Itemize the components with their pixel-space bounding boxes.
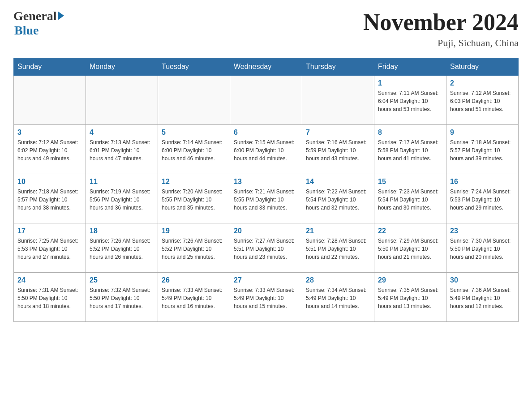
day-info: Sunrise: 7:33 AM Sunset: 5:49 PM Dayligh… — [234, 286, 298, 310]
day-number: 22 — [378, 227, 442, 235]
calendar-cell: 25Sunrise: 7:32 AM Sunset: 5:50 PM Dayli… — [86, 273, 158, 322]
day-number: 5 — [162, 128, 226, 137]
day-info: Sunrise: 7:36 AM Sunset: 5:49 PM Dayligh… — [450, 286, 515, 310]
day-info: Sunrise: 7:17 AM Sunset: 5:58 PM Dayligh… — [378, 138, 442, 163]
day-info: Sunrise: 7:30 AM Sunset: 5:50 PM Dayligh… — [450, 237, 515, 261]
day-of-week-header: Tuesday — [158, 58, 230, 76]
day-info: Sunrise: 7:25 AM Sunset: 5:53 PM Dayligh… — [17, 237, 82, 261]
day-number: 18 — [90, 227, 154, 235]
day-info: Sunrise: 7:19 AM Sunset: 5:56 PM Dayligh… — [90, 188, 154, 212]
calendar-cell: 23Sunrise: 7:30 AM Sunset: 5:50 PM Dayli… — [446, 223, 519, 273]
day-number: 20 — [234, 227, 298, 235]
day-info: Sunrise: 7:26 AM Sunset: 5:52 PM Dayligh… — [90, 237, 154, 261]
day-info: Sunrise: 7:31 AM Sunset: 5:50 PM Dayligh… — [17, 286, 82, 310]
day-info: Sunrise: 7:18 AM Sunset: 5:57 PM Dayligh… — [450, 138, 515, 163]
title-section: November 2024 Puji, Sichuan, China — [363, 9, 519, 49]
day-info: Sunrise: 7:21 AM Sunset: 5:55 PM Dayligh… — [234, 188, 298, 212]
calendar-cell: 20Sunrise: 7:27 AM Sunset: 5:51 PM Dayli… — [230, 223, 302, 273]
day-number: 7 — [306, 128, 370, 137]
day-info: Sunrise: 7:22 AM Sunset: 5:54 PM Dayligh… — [306, 188, 370, 212]
day-number: 11 — [90, 178, 154, 186]
calendar-cell: 27Sunrise: 7:33 AM Sunset: 5:49 PM Dayli… — [230, 273, 302, 322]
day-number: 15 — [378, 178, 442, 186]
day-info: Sunrise: 7:35 AM Sunset: 5:49 PM Dayligh… — [378, 286, 442, 310]
calendar-cell: 29Sunrise: 7:35 AM Sunset: 5:49 PM Dayli… — [374, 273, 446, 322]
day-info: Sunrise: 7:32 AM Sunset: 5:50 PM Dayligh… — [90, 286, 154, 310]
calendar-cell: 22Sunrise: 7:29 AM Sunset: 5:50 PM Dayli… — [374, 223, 446, 273]
day-number: 9 — [450, 128, 515, 137]
day-of-week-header: Saturday — [446, 58, 519, 76]
day-info: Sunrise: 7:12 AM Sunset: 6:02 PM Dayligh… — [17, 138, 82, 163]
calendar-cell: 12Sunrise: 7:20 AM Sunset: 5:55 PM Dayli… — [158, 174, 230, 223]
calendar-cell: 10Sunrise: 7:18 AM Sunset: 5:57 PM Dayli… — [14, 174, 86, 223]
week-row: 3Sunrise: 7:12 AM Sunset: 6:02 PM Daylig… — [14, 125, 519, 174]
day-number: 1 — [378, 79, 442, 87]
day-number: 24 — [17, 276, 82, 284]
day-number: 6 — [234, 128, 298, 137]
day-info: Sunrise: 7:33 AM Sunset: 5:49 PM Dayligh… — [162, 286, 226, 310]
day-number: 25 — [90, 276, 154, 284]
week-row: 1Sunrise: 7:11 AM Sunset: 6:04 PM Daylig… — [14, 76, 519, 125]
day-info: Sunrise: 7:12 AM Sunset: 6:03 PM Dayligh… — [450, 89, 515, 113]
calendar-cell: 3Sunrise: 7:12 AM Sunset: 6:02 PM Daylig… — [14, 125, 86, 174]
calendar-cell: 7Sunrise: 7:16 AM Sunset: 5:59 PM Daylig… — [302, 125, 374, 174]
day-of-week-header: Wednesday — [230, 58, 302, 76]
day-info: Sunrise: 7:24 AM Sunset: 5:53 PM Dayligh… — [450, 188, 515, 212]
day-number: 3 — [17, 128, 82, 137]
logo: General Blue — [13, 9, 64, 38]
calendar-cell — [14, 76, 86, 125]
calendar-cell: 6Sunrise: 7:15 AM Sunset: 6:00 PM Daylig… — [230, 125, 302, 174]
location-text: Puji, Sichuan, China — [363, 37, 519, 49]
calendar-cell — [86, 76, 158, 125]
calendar-cell: 24Sunrise: 7:31 AM Sunset: 5:50 PM Dayli… — [14, 273, 86, 322]
day-info: Sunrise: 7:16 AM Sunset: 5:59 PM Dayligh… — [306, 138, 370, 163]
calendar-cell — [158, 76, 230, 125]
day-number: 29 — [378, 276, 442, 284]
day-info: Sunrise: 7:28 AM Sunset: 5:51 PM Dayligh… — [306, 237, 370, 261]
calendar-cell: 1Sunrise: 7:11 AM Sunset: 6:04 PM Daylig… — [374, 76, 446, 125]
day-info: Sunrise: 7:34 AM Sunset: 5:49 PM Dayligh… — [306, 286, 370, 310]
calendar-cell: 21Sunrise: 7:28 AM Sunset: 5:51 PM Dayli… — [302, 223, 374, 273]
calendar-cell — [230, 76, 302, 125]
calendar-cell: 13Sunrise: 7:21 AM Sunset: 5:55 PM Dayli… — [230, 174, 302, 223]
day-number: 12 — [162, 178, 226, 186]
day-of-week-header: Monday — [86, 58, 158, 76]
day-info: Sunrise: 7:13 AM Sunset: 6:01 PM Dayligh… — [90, 138, 154, 163]
calendar-header-row: SundayMondayTuesdayWednesdayThursdayFrid… — [14, 58, 519, 76]
day-number: 28 — [306, 276, 370, 284]
calendar-table: SundayMondayTuesdayWednesdayThursdayFrid… — [13, 58, 519, 322]
day-info: Sunrise: 7:27 AM Sunset: 5:51 PM Dayligh… — [234, 237, 298, 261]
day-of-week-header: Friday — [374, 58, 446, 76]
day-number: 23 — [450, 227, 515, 235]
day-of-week-header: Thursday — [302, 58, 374, 76]
page-header: General Blue November 2024 Puji, Sichuan… — [13, 9, 519, 49]
day-number: 27 — [234, 276, 298, 284]
logo-general-text: General — [13, 9, 56, 23]
day-of-week-header: Sunday — [14, 58, 86, 76]
day-number: 10 — [17, 178, 82, 186]
day-number: 14 — [306, 178, 370, 186]
calendar-cell: 8Sunrise: 7:17 AM Sunset: 5:58 PM Daylig… — [374, 125, 446, 174]
calendar-cell — [302, 76, 374, 125]
day-number: 30 — [450, 276, 515, 284]
week-row: 17Sunrise: 7:25 AM Sunset: 5:53 PM Dayli… — [14, 223, 519, 273]
day-number: 17 — [17, 227, 82, 235]
day-number: 16 — [450, 178, 515, 186]
day-info: Sunrise: 7:26 AM Sunset: 5:52 PM Dayligh… — [162, 237, 226, 261]
calendar-cell: 15Sunrise: 7:23 AM Sunset: 5:54 PM Dayli… — [374, 174, 446, 223]
calendar-cell: 11Sunrise: 7:19 AM Sunset: 5:56 PM Dayli… — [86, 174, 158, 223]
logo-arrow-icon — [58, 11, 64, 20]
day-info: Sunrise: 7:15 AM Sunset: 6:00 PM Dayligh… — [234, 138, 298, 163]
day-number: 8 — [378, 128, 442, 137]
calendar-cell: 18Sunrise: 7:26 AM Sunset: 5:52 PM Dayli… — [86, 223, 158, 273]
week-row: 24Sunrise: 7:31 AM Sunset: 5:50 PM Dayli… — [14, 273, 519, 322]
calendar-cell: 26Sunrise: 7:33 AM Sunset: 5:49 PM Dayli… — [158, 273, 230, 322]
day-info: Sunrise: 7:11 AM Sunset: 6:04 PM Dayligh… — [378, 89, 442, 113]
calendar-cell: 5Sunrise: 7:14 AM Sunset: 6:00 PM Daylig… — [158, 125, 230, 174]
calendar-cell: 9Sunrise: 7:18 AM Sunset: 5:57 PM Daylig… — [446, 125, 519, 174]
day-info: Sunrise: 7:29 AM Sunset: 5:50 PM Dayligh… — [378, 237, 442, 261]
month-title: November 2024 — [363, 9, 519, 35]
calendar-cell: 17Sunrise: 7:25 AM Sunset: 5:53 PM Dayli… — [14, 223, 86, 273]
calendar-cell: 19Sunrise: 7:26 AM Sunset: 5:52 PM Dayli… — [158, 223, 230, 273]
day-info: Sunrise: 7:18 AM Sunset: 5:57 PM Dayligh… — [17, 188, 82, 212]
